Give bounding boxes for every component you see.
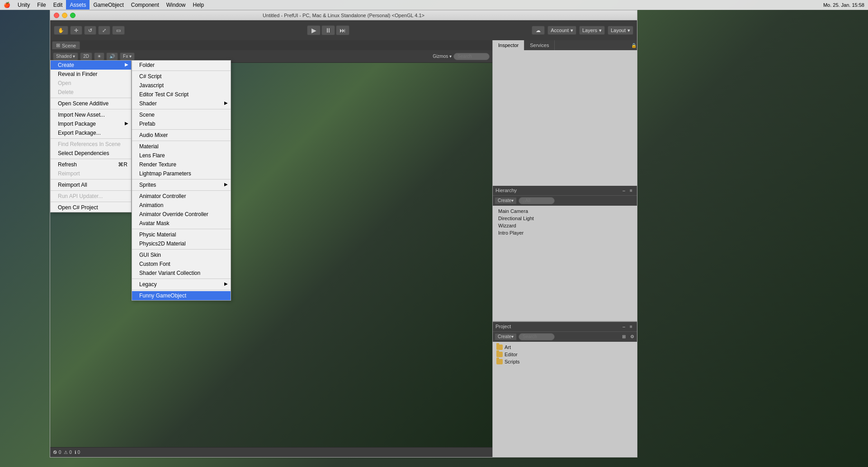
rect-tool[interactable]: ▭ [112, 26, 125, 35]
right-panels: Inspector Services 🔒 Hierarchy – ≡ [492, 40, 637, 457]
menubar-component[interactable]: Component [127, 0, 163, 9]
step-button[interactable]: ⏭ [336, 25, 349, 35]
menu-separator [51, 202, 131, 202]
list-item[interactable]: Wizzard [493, 222, 637, 229]
scene-tabs: ⊞ Scene [50, 40, 492, 50]
submenu-item-lightmap-params[interactable]: Lightmap Parameters [132, 169, 231, 178]
project-header: Project – ≡ [493, 322, 637, 332]
window-minimize-button[interactable] [62, 13, 67, 18]
submenu-item-render-texture[interactable]: Render Texture [132, 160, 231, 169]
menu-item-open-csharp-project[interactable]: Open C# Project [51, 203, 131, 212]
project-lock-icon[interactable]: – [621, 323, 627, 330]
submenu-item-gui-skin[interactable]: GUI Skin [132, 250, 231, 259]
menubar-window[interactable]: Window [163, 0, 189, 9]
layout-dropdown[interactable]: Layout ▾ [608, 26, 633, 35]
window-maximize-button[interactable] [70, 13, 75, 18]
hierarchy-lock-icon[interactable]: – [621, 187, 627, 193]
menu-item-refresh[interactable]: Refresh⌘R [51, 160, 131, 169]
list-item[interactable]: Art [493, 344, 637, 351]
submenu-item-material[interactable]: Material [132, 142, 231, 151]
audio-toggle[interactable]: 🔊 [106, 52, 118, 61]
submenu-item-animator-override[interactable]: Animator Override Controller [132, 210, 231, 219]
menubar-assets[interactable]: Assets [66, 0, 90, 9]
submenu-item-animator-controller[interactable]: Animator Controller [132, 192, 231, 201]
menubar-help[interactable]: Help [189, 0, 208, 9]
project-settings-icon[interactable]: ⚙ [629, 334, 635, 340]
submenu-item-avatar-mask[interactable]: Avatar Mask [132, 219, 231, 228]
menubar-unity[interactable]: Unity [14, 0, 33, 9]
submenu-item-javascript[interactable]: Javascript [132, 81, 231, 90]
errors-count: 🛇 0 [53, 450, 61, 455]
menu-item-reimport-all[interactable]: Reimport All [51, 180, 131, 189]
list-item[interactable]: Editor [493, 351, 637, 358]
hierarchy-create-button[interactable]: Create ▾ [495, 197, 517, 204]
submenu-item-audio-mixer[interactable]: Audio Mixer [132, 131, 231, 140]
list-item[interactable]: Main Camera [493, 208, 637, 215]
menu-item-open-scene-additive[interactable]: Open Scene Additive [51, 99, 131, 108]
submenu-item-funny-gameobject[interactable]: Funny GameObject [132, 291, 231, 300]
pause-button[interactable]: ⏸ [321, 25, 335, 35]
menu-item-select-dependencies[interactable]: Select Dependencies [51, 149, 131, 158]
menu-item-open: Open [51, 79, 131, 88]
hierarchy-search-input[interactable] [519, 197, 555, 204]
menubar-file[interactable]: File [33, 0, 49, 9]
hierarchy-content: Main Camera Directional Light Wizzard In… [493, 206, 637, 321]
list-item[interactable]: Intro Player [493, 229, 637, 236]
2d-toggle[interactable]: 2D [80, 52, 92, 61]
submenu-item-animation[interactable]: Animation [132, 201, 231, 210]
submenu-item-sprites[interactable]: Sprites [132, 180, 231, 189]
cloud-button[interactable]: ☁ [532, 26, 545, 35]
submenu-item-lens-flare[interactable]: Lens Flare [132, 151, 231, 160]
fx-toggle[interactable]: Fx ▾ [120, 52, 135, 61]
scale-tool[interactable]: ⤢ [98, 26, 110, 35]
scene-tab[interactable]: ⊞ Scene [52, 41, 80, 49]
menu-item-import-new-asset[interactable]: Import New Asset... [51, 110, 131, 119]
submenu-item-folder[interactable]: Folder [132, 61, 231, 70]
move-tool[interactable]: ✛ [70, 26, 82, 35]
project-view-toggle[interactable]: ⊞ [621, 334, 627, 340]
menubar-edit[interactable]: Edit [50, 0, 66, 9]
layers-dropdown[interactable]: Layers ▾ [579, 26, 605, 35]
submenu-separator [132, 249, 231, 250]
menubar-time: Mo. 25. Jan. 15:58 [823, 2, 864, 8]
hierarchy-toolbar: Create ▾ [493, 196, 637, 206]
hand-tool[interactable]: ✋ [54, 26, 68, 35]
tab-inspector[interactable]: Inspector [493, 40, 524, 50]
play-button[interactable]: ▶ [307, 25, 321, 35]
tab-services[interactable]: Services [524, 40, 555, 50]
submenu-item-shader-variant[interactable]: Shader Variant Collection [132, 269, 231, 278]
menu-item-import-package[interactable]: Import Package [51, 119, 131, 128]
apple-menu[interactable]: 🍎 [0, 0, 14, 9]
menu-item-create[interactable]: Create [51, 61, 131, 70]
shading-mode-dropdown[interactable]: Shaded ▾ [53, 52, 78, 61]
folder-icon [496, 352, 503, 357]
submenu-item-legacy[interactable]: Legacy [132, 280, 231, 289]
scene-search-input[interactable] [453, 53, 490, 60]
account-dropdown[interactable]: Account ▾ [547, 26, 576, 35]
submenu-item-physics2d-material[interactable]: Physics2D Material [132, 239, 231, 248]
submenu-item-shader[interactable]: Shader [132, 99, 231, 108]
hierarchy-menu-icon[interactable]: ≡ [628, 187, 634, 193]
chevron-down-icon: ▾ [627, 28, 630, 33]
menubar-gameobject[interactable]: GameObject [90, 0, 127, 9]
project-create-button[interactable]: Create ▾ [495, 333, 517, 340]
project-menu-icon[interactable]: ≡ [628, 323, 634, 330]
list-item[interactable]: Scripts [493, 358, 637, 365]
folder-icon [496, 344, 503, 350]
inspector-lock-icon[interactable]: 🔒 [631, 42, 637, 48]
rotate-tool[interactable]: ↺ [84, 26, 96, 35]
submenu-item-physic-material[interactable]: Physic Material [132, 230, 231, 239]
menu-item-reveal[interactable]: Reveal in Finder [51, 70, 131, 79]
submenu-separator [132, 179, 231, 179]
unity-toolbar: ✋ ✛ ↺ ⤢ ▭ ▶ ⏸ ⏭ ☁ Account ▾ Layers ▾ Lay… [50, 20, 637, 40]
lighting-toggle[interactable]: ☀ [94, 52, 104, 61]
submenu-item-csharp-script[interactable]: C# Script [132, 72, 231, 81]
window-close-button[interactable] [54, 13, 59, 18]
menu-item-export-package[interactable]: Export Package... [51, 128, 131, 137]
submenu-item-scene[interactable]: Scene [132, 110, 231, 119]
list-item[interactable]: Directional Light [493, 215, 637, 222]
project-search-input[interactable] [519, 333, 555, 340]
submenu-item-editor-test[interactable]: Editor Test C# Script [132, 90, 231, 99]
submenu-item-prefab[interactable]: Prefab [132, 119, 231, 128]
submenu-item-custom-font[interactable]: Custom Font [132, 259, 231, 269]
